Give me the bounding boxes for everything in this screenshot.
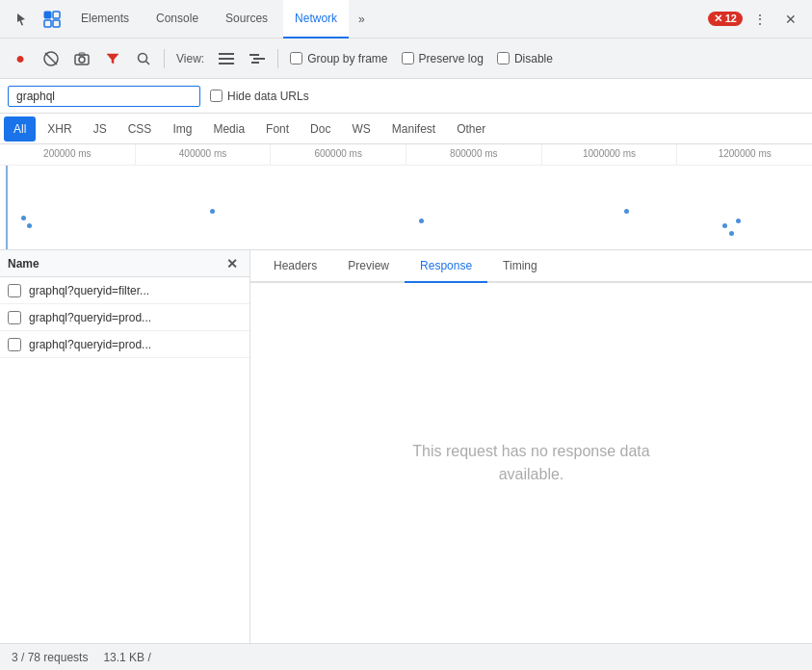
filter-tab-font[interactable]: Font	[256, 116, 299, 142]
timeline-dot	[729, 231, 734, 236]
request-checkbox-2[interactable]	[8, 338, 21, 351]
svg-point-7	[79, 57, 85, 63]
filter-button[interactable]	[100, 46, 125, 71]
detail-tab-preview[interactable]: Preview	[332, 250, 405, 283]
timeline-dot	[210, 209, 215, 214]
hide-data-urls-label[interactable]: Hide data URLs	[210, 90, 309, 103]
search-button[interactable]	[131, 46, 156, 71]
request-row-2[interactable]: graphql?queryid=prod...	[0, 331, 249, 358]
timeline-dot	[624, 209, 629, 214]
request-name-0: graphql?queryid=filter...	[29, 284, 149, 297]
filter-tab-img[interactable]: Img	[163, 116, 201, 142]
filter-tab-media[interactable]: Media	[203, 116, 254, 142]
detail-tab-timing[interactable]: Timing	[487, 250, 553, 283]
filter-tab-doc[interactable]: Doc	[301, 116, 340, 142]
tab-sources[interactable]: Sources	[214, 0, 279, 39]
group-by-frame-label[interactable]: Group by frame	[290, 52, 387, 65]
timeline-dot	[736, 219, 741, 223]
disable-cache-checkbox[interactable]	[497, 52, 510, 64]
transfer-size: 13.1 KB /	[103, 651, 150, 664]
svg-rect-11	[219, 53, 234, 55]
timeline-ruler: 200000 ms 400000 ms 600000 ms 800000 ms …	[0, 144, 812, 166]
close-devtools-icon[interactable]: ✕	[777, 6, 804, 33]
search-bar: Hide data URLs	[0, 79, 812, 114]
filter-tab-manifest[interactable]: Manifest	[382, 116, 445, 142]
request-name-1: graphql?queryid=prod...	[29, 311, 151, 324]
svg-rect-16	[251, 62, 259, 64]
ruler-mark-0: 200000 ms	[0, 144, 135, 165]
svg-rect-1	[53, 12, 60, 18]
search-input[interactable]	[8, 86, 200, 107]
timeline-marker-line	[6, 166, 8, 250]
ruler-mark-5: 1200000 ms	[676, 144, 812, 165]
view-label: View:	[172, 52, 208, 65]
error-count-badge: ✕12	[708, 12, 743, 26]
filter-tab-css[interactable]: CSS	[118, 116, 162, 142]
no-response-data-message: This request has no response data availa…	[387, 440, 676, 486]
svg-rect-2	[44, 20, 51, 27]
ruler-mark-4: 1000000 ms	[541, 144, 677, 165]
filter-tab-all[interactable]: All	[4, 116, 36, 142]
ruler-mark-2: 600000 ms	[270, 144, 406, 165]
tab-console[interactable]: Console	[144, 0, 210, 39]
svg-rect-3	[53, 20, 60, 27]
requests-header: Name ✕	[0, 250, 249, 277]
filter-tab-xhr[interactable]: XHR	[38, 116, 81, 142]
request-checkbox-1[interactable]	[8, 311, 21, 324]
tab-bar: Elements Console Sources Network » ✕12 ⋮…	[0, 0, 812, 39]
detail-tab-headers[interactable]: Headers	[258, 250, 332, 283]
preserve-log-checkbox[interactable]	[402, 52, 414, 64]
requests-panel: Name ✕ graphql?queryid=filter... graphql…	[0, 250, 250, 643]
close-panel-button[interactable]: ✕	[223, 254, 242, 273]
svg-rect-15	[253, 58, 265, 60]
timeline-dot	[27, 223, 32, 228]
toolbar-separator-1	[164, 49, 165, 68]
timeline-content	[0, 166, 812, 250]
ruler-mark-3: 800000 ms	[406, 144, 541, 165]
inspect-icon[interactable]	[39, 6, 65, 33]
svg-rect-0	[44, 12, 51, 18]
details-panel: Headers Preview Response Timing This req…	[250, 250, 812, 643]
request-name-2: graphql?queryid=prod...	[29, 338, 151, 351]
status-bar: 3 / 78 requests 13.1 KB /	[0, 643, 812, 670]
toolbar-separator-2	[277, 49, 278, 68]
tab-network[interactable]: Network	[283, 0, 349, 39]
network-toolbar: ● View:	[0, 39, 812, 79]
details-tabs: Headers Preview Response Timing	[250, 250, 812, 283]
svg-rect-12	[219, 58, 234, 60]
preserve-log-label[interactable]: Preserve log	[402, 52, 484, 65]
filter-tab-ws[interactable]: WS	[342, 116, 380, 142]
requests-count: 3 / 78 requests	[12, 651, 88, 664]
hide-data-urls-checkbox[interactable]	[210, 90, 223, 102]
tab-actions: ✕12 ⋮ ✕	[708, 6, 804, 33]
svg-rect-13	[219, 63, 234, 64]
list-view-button[interactable]	[214, 46, 239, 71]
svg-line-5	[45, 53, 57, 64]
cursor-icon[interactable]	[8, 6, 35, 33]
request-row-1[interactable]: graphql?queryid=prod...	[0, 304, 249, 331]
details-content: This request has no response data availa…	[250, 283, 812, 643]
filter-tab-other[interactable]: Other	[447, 116, 495, 142]
timeline-area: 200000 ms 400000 ms 600000 ms 800000 ms …	[0, 144, 812, 250]
ruler-mark-1: 400000 ms	[135, 144, 271, 165]
record-button[interactable]: ●	[8, 46, 33, 71]
request-checkbox-0[interactable]	[8, 284, 21, 297]
filter-tab-js[interactable]: JS	[84, 116, 117, 142]
clear-button[interactable]	[39, 46, 64, 71]
camera-button[interactable]	[69, 46, 94, 71]
toolbar-checkboxes: Group by frame Preserve log Disable	[290, 52, 553, 65]
main-panel: Name ✕ graphql?queryid=filter... graphql…	[0, 250, 812, 643]
svg-point-9	[139, 53, 147, 62]
tab-elements[interactable]: Elements	[69, 0, 141, 39]
tab-overflow[interactable]: »	[353, 13, 371, 26]
waterfall-view-button[interactable]	[245, 46, 270, 71]
kebab-menu-icon[interactable]: ⋮	[747, 6, 773, 33]
name-column-header: Name	[8, 257, 39, 271]
timeline-dot	[722, 223, 727, 228]
group-by-frame-checkbox[interactable]	[290, 52, 302, 64]
detail-tab-response[interactable]: Response	[405, 250, 487, 283]
svg-line-10	[146, 61, 150, 64]
request-row-0[interactable]: graphql?queryid=filter...	[0, 277, 249, 304]
disable-cache-label[interactable]: Disable	[497, 52, 553, 65]
timeline-dot	[419, 219, 424, 223]
